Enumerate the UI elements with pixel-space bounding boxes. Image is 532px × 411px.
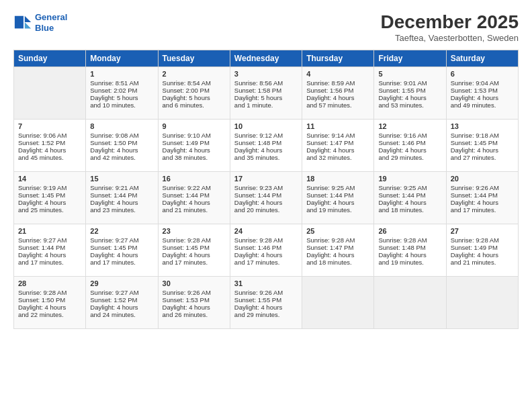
cell-line-1: Sunset: 1:47 PM — [306, 244, 369, 251]
day-number: 3 — [234, 70, 298, 78]
cell-3-1: 14Sunrise: 9:19 AMSunset: 1:45 PMDayligh… — [14, 171, 86, 224]
day-number: 11 — [306, 122, 369, 130]
cell-line-2: Daylight: 4 hours — [234, 146, 298, 154]
day-number: 4 — [306, 70, 369, 78]
cell-line-0: Sunrise: 8:54 AM — [163, 79, 226, 87]
day-number: 29 — [90, 279, 153, 287]
cell-1-6: 5Sunrise: 9:01 AMSunset: 1:55 PMDaylight… — [374, 66, 446, 119]
cell-line-0: Sunrise: 9:06 AM — [18, 132, 81, 139]
month-title: December 2025 — [381, 12, 519, 33]
cell-line-2: Daylight: 5 hours — [163, 94, 226, 101]
day-number: 16 — [163, 175, 226, 183]
day-number: 27 — [451, 227, 514, 235]
cell-line-2: Daylight: 4 hours — [90, 304, 153, 311]
cell-line-3: and 49 minutes. — [451, 101, 514, 109]
cell-line-0: Sunrise: 9:21 AM — [90, 184, 153, 191]
cell-line-0: Sunrise: 9:14 AM — [306, 132, 369, 139]
week-row-3: 14Sunrise: 9:19 AMSunset: 1:45 PMDayligh… — [14, 171, 519, 224]
day-number: 10 — [234, 122, 298, 130]
cell-line-1: Sunset: 1:44 PM — [163, 191, 226, 199]
cell-line-3: and 38 minutes. — [163, 154, 226, 161]
cell-line-0: Sunrise: 9:27 AM — [18, 236, 81, 244]
cell-1-1 — [14, 66, 86, 119]
cell-line-2: Daylight: 5 hours — [234, 94, 298, 101]
cell-4-6: 26Sunrise: 9:28 AMSunset: 1:48 PMDayligh… — [374, 224, 446, 276]
cell-line-2: Daylight: 4 hours — [378, 251, 441, 259]
title-block: December 2025 Taeftea, Vaesterbotten, Sw… — [381, 12, 519, 43]
cell-4-1: 21Sunrise: 9:27 AMSunset: 1:44 PMDayligh… — [14, 224, 86, 276]
cell-line-2: Daylight: 4 hours — [306, 199, 369, 206]
cell-line-1: Sunset: 1:46 PM — [234, 244, 298, 251]
cell-line-2: Daylight: 4 hours — [163, 199, 226, 206]
cell-line-3: and 21 minutes. — [163, 206, 226, 214]
cell-3-3: 16Sunrise: 9:22 AMSunset: 1:44 PMDayligh… — [158, 171, 230, 224]
day-number: 13 — [451, 122, 514, 130]
cell-line-0: Sunrise: 9:23 AM — [234, 184, 298, 191]
cell-line-1: Sunset: 1:47 PM — [306, 139, 369, 146]
cell-line-2: Daylight: 5 hours — [90, 94, 153, 101]
cell-line-2: Daylight: 4 hours — [306, 251, 369, 259]
cell-line-0: Sunrise: 9:28 AM — [306, 236, 369, 244]
header-row: SundayMondayTuesdayWednesdayThursdayFrid… — [14, 50, 519, 66]
cell-line-3: and 23 minutes. — [90, 206, 153, 214]
day-number: 14 — [18, 175, 81, 183]
cell-line-0: Sunrise: 9:28 AM — [378, 236, 441, 244]
cell-5-3: 30Sunrise: 9:26 AMSunset: 1:53 PMDayligh… — [158, 276, 230, 328]
cell-line-2: Daylight: 4 hours — [18, 251, 81, 259]
cell-line-0: Sunrise: 9:28 AM — [234, 236, 298, 244]
cell-line-1: Sunset: 2:00 PM — [163, 87, 226, 94]
cell-line-1: Sunset: 1:49 PM — [163, 139, 226, 146]
cell-line-2: Daylight: 4 hours — [90, 146, 153, 154]
cell-line-3: and 29 minutes. — [378, 154, 441, 161]
week-row-2: 7Sunrise: 9:06 AMSunset: 1:52 PMDaylight… — [14, 119, 519, 171]
cell-1-7: 6Sunrise: 9:04 AMSunset: 1:53 PMDaylight… — [446, 66, 518, 119]
cell-line-1: Sunset: 1:45 PM — [451, 139, 514, 146]
cell-line-0: Sunrise: 9:25 AM — [378, 184, 441, 191]
cell-line-2: Daylight: 4 hours — [451, 146, 514, 154]
cell-line-0: Sunrise: 9:08 AM — [90, 132, 153, 139]
cell-line-3: and 27 minutes. — [451, 154, 514, 161]
cell-5-6 — [374, 276, 446, 328]
cell-line-1: Sunset: 1:52 PM — [90, 296, 153, 304]
cell-line-3: and 18 minutes. — [306, 259, 369, 266]
day-number: 23 — [163, 227, 226, 235]
cell-2-3: 9Sunrise: 9:10 AMSunset: 1:49 PMDaylight… — [158, 119, 230, 171]
cell-4-3: 23Sunrise: 9:28 AMSunset: 1:45 PMDayligh… — [158, 224, 230, 276]
cell-2-6: 12Sunrise: 9:16 AMSunset: 1:46 PMDayligh… — [374, 119, 446, 171]
week-row-1: 1Sunrise: 8:51 AMSunset: 2:02 PMDaylight… — [14, 66, 519, 119]
cell-line-2: Daylight: 4 hours — [18, 304, 81, 311]
cell-line-1: Sunset: 1:56 PM — [306, 87, 369, 94]
cell-4-7: 27Sunrise: 9:28 AMSunset: 1:49 PMDayligh… — [446, 224, 518, 276]
cell-line-3: and 53 minutes. — [378, 101, 441, 109]
week-row-4: 21Sunrise: 9:27 AMSunset: 1:44 PMDayligh… — [14, 224, 519, 276]
logo-icon — [13, 13, 32, 32]
day-number: 30 — [163, 279, 226, 287]
cell-2-7: 13Sunrise: 9:18 AMSunset: 1:45 PMDayligh… — [446, 119, 518, 171]
cell-line-1: Sunset: 1:55 PM — [234, 296, 298, 304]
cell-1-4: 3Sunrise: 8:56 AMSunset: 1:58 PMDaylight… — [230, 66, 302, 119]
cell-line-1: Sunset: 1:53 PM — [163, 296, 226, 304]
cell-line-1: Sunset: 1:48 PM — [234, 139, 298, 146]
cell-line-2: Daylight: 4 hours — [451, 251, 514, 259]
cell-3-2: 15Sunrise: 9:21 AMSunset: 1:44 PMDayligh… — [86, 171, 158, 224]
cell-line-0: Sunrise: 8:59 AM — [306, 79, 369, 87]
cell-4-2: 22Sunrise: 9:27 AMSunset: 1:45 PMDayligh… — [86, 224, 158, 276]
cell-line-0: Sunrise: 9:10 AM — [163, 132, 226, 139]
cell-line-1: Sunset: 1:44 PM — [306, 191, 369, 199]
col-header-friday: Friday — [374, 50, 446, 66]
day-number: 9 — [163, 122, 226, 130]
cell-line-2: Daylight: 4 hours — [90, 251, 153, 259]
day-number: 12 — [378, 122, 441, 130]
cell-line-0: Sunrise: 8:51 AM — [90, 79, 153, 87]
cell-line-3: and 35 minutes. — [234, 154, 298, 161]
svg-marker-1 — [25, 22, 31, 28]
day-number: 17 — [234, 175, 298, 183]
svg-rect-2 — [15, 15, 24, 28]
cell-line-3: and 17 minutes. — [234, 259, 298, 266]
cell-line-3: and 21 minutes. — [451, 259, 514, 266]
col-header-tuesday: Tuesday — [158, 50, 230, 66]
subtitle: Taeftea, Vaesterbotten, Sweden — [381, 33, 519, 43]
day-number: 22 — [90, 227, 153, 235]
cell-line-1: Sunset: 1:44 PM — [378, 191, 441, 199]
cell-line-1: Sunset: 1:49 PM — [451, 244, 514, 251]
